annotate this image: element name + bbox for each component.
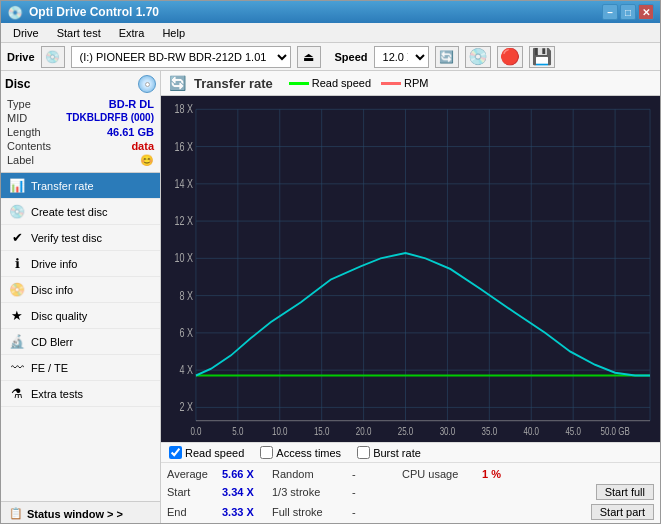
nav-item-disc-quality-label: Disc quality	[31, 310, 87, 322]
svg-text:25.0: 25.0	[398, 425, 414, 437]
svg-text:16 X: 16 X	[174, 139, 192, 153]
start-full-button[interactable]: Start full	[596, 484, 654, 500]
svg-text:5.0: 5.0	[232, 425, 243, 437]
legend-rpm-label: RPM	[404, 77, 428, 89]
start-part-button[interactable]: Start part	[591, 504, 654, 520]
extra-tests-icon: ⚗	[9, 386, 25, 401]
close-button[interactable]: ✕	[638, 4, 654, 20]
legend-read-speed-label: Read speed	[312, 77, 371, 89]
drivebar: Drive 💿 (I:) PIONEER BD-RW BDR-212D 1.01…	[1, 43, 660, 71]
nav-item-drive-info-label: Drive info	[31, 258, 77, 270]
nav-item-disc-info[interactable]: 📀 Disc info	[1, 277, 160, 303]
disc-section: Disc Type BD-R DL MID TDKBLDRFB (000) Le…	[1, 71, 160, 173]
start-val: 3.34 X	[222, 486, 272, 498]
nav-item-verify-test-disc[interactable]: ✔ Verify test disc	[1, 225, 160, 251]
nav-item-cd-blerr[interactable]: 🔬 CD Blerr	[1, 329, 160, 355]
menu-item-start-test[interactable]: Start test	[49, 25, 109, 41]
disc-contents-row: Contents data	[5, 139, 156, 153]
svg-text:10 X: 10 X	[174, 251, 192, 265]
maximize-button[interactable]: □	[620, 4, 636, 20]
svg-text:10.0: 10.0	[272, 425, 288, 437]
eject-button[interactable]: ⏏	[297, 46, 321, 68]
nav-item-create-test-disc[interactable]: 💿 Create test disc	[1, 199, 160, 225]
nav-item-transfer-rate-label: Transfer rate	[31, 180, 94, 192]
cpu-usage-label: CPU usage	[402, 468, 482, 480]
svg-text:45.0: 45.0	[565, 425, 581, 437]
menu-item-help[interactable]: Help	[154, 25, 193, 41]
nav-item-disc-info-label: Disc info	[31, 284, 73, 296]
access-times-checkbox-item: Access times	[260, 446, 341, 459]
svg-text:18 X: 18 X	[174, 102, 192, 116]
nav-item-drive-info[interactable]: ℹ Drive info	[1, 251, 160, 277]
transfer-rate-icon: 📊	[9, 178, 25, 193]
menu-item-extra[interactable]: Extra	[111, 25, 153, 41]
drive-select[interactable]: (I:) PIONEER BD-RW BDR-212D 1.01	[71, 46, 291, 68]
titlebar-controls: – □ ✕	[602, 4, 654, 20]
disc-info-icon: 📀	[9, 282, 25, 297]
stats-row-average: Average 5.66 X Random - CPU usage 1 %	[167, 466, 654, 482]
burst-rate-checkbox-item: Burst rate	[357, 446, 421, 459]
access-times-checkbox[interactable]	[260, 446, 273, 459]
toolbar-btn-1[interactable]: 💿	[465, 46, 491, 68]
svg-text:6 X: 6 X	[179, 326, 192, 340]
disc-mid-val: TDKBLDRFB (000)	[66, 112, 154, 124]
menu-item-drive[interactable]: Drive	[5, 25, 47, 41]
disc-type-key: Type	[7, 98, 31, 110]
svg-text:2 X: 2 X	[179, 400, 192, 414]
nav-item-extra-tests-label: Extra tests	[31, 388, 83, 400]
nav-item-disc-quality[interactable]: ★ Disc quality	[1, 303, 160, 329]
svg-text:0.0: 0.0	[190, 425, 201, 437]
fe-te-icon: 〰	[9, 360, 25, 375]
disc-icon	[138, 75, 156, 93]
toolbar-btn-3[interactable]: 💾	[529, 46, 555, 68]
svg-text:20.0: 20.0	[356, 425, 372, 437]
nav-item-cd-blerr-label: CD Blerr	[31, 336, 73, 348]
left-panel: Disc Type BD-R DL MID TDKBLDRFB (000) Le…	[1, 71, 161, 524]
refresh-button[interactable]: 🔄	[435, 46, 459, 68]
speed-select[interactable]: 12.0 X	[374, 46, 429, 68]
end-label: End	[167, 506, 222, 518]
burst-rate-checkbox[interactable]	[357, 446, 370, 459]
legend-rpm: RPM	[381, 77, 428, 89]
svg-text:14 X: 14 X	[174, 177, 192, 191]
drive-icon-button[interactable]: 💿	[41, 46, 65, 68]
chart-svg: 18 X 16 X 14 X 12 X 10 X 8 X 6 X 4 X 2 X…	[161, 96, 660, 442]
drive-info-icon: ℹ	[9, 256, 25, 271]
one-third-val: -	[352, 486, 402, 498]
end-val: 3.33 X	[222, 506, 272, 518]
nav-section: 📊 Transfer rate 💿 Create test disc ✔ Ver…	[1, 173, 160, 501]
cd-blerr-icon: 🔬	[9, 334, 25, 349]
disc-contents-key: Contents	[7, 140, 51, 152]
average-val: 5.66 X	[222, 468, 272, 480]
read-speed-checkbox-item: Read speed	[169, 446, 244, 459]
one-third-label: 1/3 stroke	[272, 486, 352, 498]
disc-contents-val: data	[131, 140, 154, 152]
titlebar: 💿 Opti Drive Control 1.70 – □ ✕	[1, 1, 660, 23]
burst-rate-cb-label: Burst rate	[373, 447, 421, 459]
checkbox-row: Read speed Access times Burst rate	[161, 442, 660, 463]
disc-header: Disc	[5, 75, 156, 93]
nav-item-extra-tests[interactable]: ⚗ Extra tests	[1, 381, 160, 407]
legend-rpm-color	[381, 82, 401, 85]
random-label: Random	[272, 468, 352, 480]
read-speed-cb-label: Read speed	[185, 447, 244, 459]
svg-text:4 X: 4 X	[179, 363, 192, 377]
svg-text:40.0: 40.0	[524, 425, 540, 437]
status-window-icon: 📋	[9, 507, 23, 520]
chart-legend: Read speed RPM	[289, 77, 429, 89]
disc-mid-key: MID	[7, 112, 27, 124]
disc-type-row: Type BD-R DL	[5, 97, 156, 111]
svg-rect-0	[161, 96, 660, 442]
status-window-button[interactable]: 📋 Status window > >	[1, 501, 160, 524]
nav-item-fe-te-label: FE / TE	[31, 362, 68, 374]
legend-read-speed-color	[289, 82, 309, 85]
app-title: Opti Drive Control 1.70	[29, 5, 159, 19]
minimize-button[interactable]: –	[602, 4, 618, 20]
nav-item-fe-te[interactable]: 〰 FE / TE	[1, 355, 160, 381]
disc-label-key: Label	[7, 154, 34, 167]
nav-item-transfer-rate[interactable]: 📊 Transfer rate	[1, 173, 160, 199]
read-speed-checkbox[interactable]	[169, 446, 182, 459]
nav-item-create-test-disc-label: Create test disc	[31, 206, 107, 218]
toolbar-btn-2[interactable]: 🔴	[497, 46, 523, 68]
status-window-label: Status window > >	[27, 508, 123, 520]
